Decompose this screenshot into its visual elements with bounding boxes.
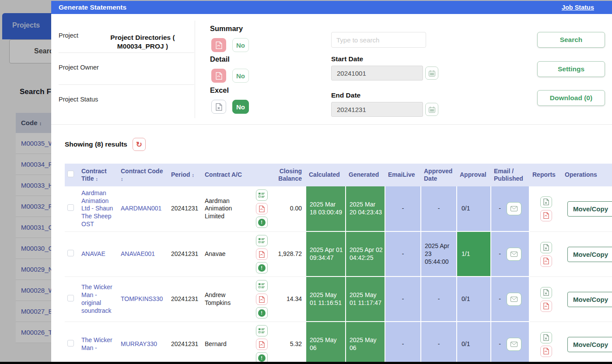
pdf-file-icon <box>259 206 265 212</box>
search-button[interactable]: Search <box>537 32 605 48</box>
period-cell: 20241231 <box>168 232 202 277</box>
contract-title-link[interactable]: ANAVAE <box>81 250 105 257</box>
closing-balance-cell: 5.32 <box>270 322 306 364</box>
envelope-icon <box>511 206 518 211</box>
start-date-input[interactable] <box>331 66 423 80</box>
contract-title-link[interactable]: The Wicker Man - original soundtrack <box>81 284 112 314</box>
start-date-calendar-button[interactable] <box>425 66 438 80</box>
project-owner-label: Project Owner <box>59 64 99 71</box>
excel-report-button[interactable] <box>540 287 552 298</box>
status-alert-button[interactable]: ! <box>256 262 268 273</box>
pdf-file-icon <box>259 296 265 303</box>
excel-toggle-button[interactable]: No <box>232 100 249 114</box>
statement-detail-button[interactable] <box>256 325 268 336</box>
modal-titlebar: Generate Statements Job Status <box>51 1 612 14</box>
pdf-statement-button[interactable] <box>256 294 268 305</box>
approved-date-cell: - <box>421 277 457 322</box>
detail-label: Detail <box>210 55 230 63</box>
statement-detail-button[interactable] <box>256 280 268 291</box>
project-status-label: Project Status <box>59 96 98 103</box>
refresh-button[interactable]: ↻ <box>133 138 146 151</box>
row-checkbox[interactable] <box>67 295 74 301</box>
approval-cell: 0/1 <box>457 186 491 232</box>
col-closing-balance: Closing Balance <box>270 164 306 186</box>
email-published-value: - <box>499 205 501 213</box>
download-button[interactable]: Download (0) <box>537 90 605 106</box>
move-copy-button[interactable]: Move/Copy <box>567 201 612 217</box>
detail-toggle-button[interactable]: No <box>232 69 249 83</box>
statement-detail-button[interactable] <box>256 235 268 246</box>
emailive-cell: - <box>385 186 421 232</box>
envelope-icon <box>511 297 518 302</box>
period-cell: 20241231 <box>168 322 202 364</box>
move-copy-button[interactable]: Move/Copy <box>567 292 612 307</box>
col-period[interactable]: Period ↕ <box>168 164 202 186</box>
approval-cell: 0/1 <box>457 277 491 322</box>
row-checkbox[interactable] <box>67 340 74 346</box>
video-letterbox-bar <box>0 362 612 364</box>
col-generated: Generated <box>346 164 385 186</box>
job-status-link[interactable]: Job Status <box>562 4 594 11</box>
pdf-statement-button[interactable] <box>256 203 268 214</box>
contract-title-link[interactable]: Aardman Animation Ltd - Shaun The Sheep … <box>81 189 113 228</box>
pdf-report-button[interactable] <box>540 301 552 312</box>
settings-button[interactable]: Settings <box>537 61 605 77</box>
col-reports: Reports <box>530 164 562 186</box>
generated-cell: 2025 Apr 02 04:42:25 <box>346 232 385 277</box>
calculated-cell: 2025 May 01 11:16:51 <box>306 277 346 322</box>
email-published-value: - <box>499 250 501 258</box>
send-email-button[interactable] <box>507 338 521 351</box>
list-icon <box>258 238 265 244</box>
contract-code-link[interactable]: ANAVAE001 <box>121 250 155 257</box>
pdf-report-button[interactable] <box>540 346 552 357</box>
select-all-checkbox[interactable] <box>67 171 74 177</box>
status-alert-button[interactable]: ! <box>256 217 268 228</box>
excel-report-button[interactable] <box>540 332 552 343</box>
list-icon <box>258 192 265 198</box>
send-email-button[interactable] <box>507 248 521 261</box>
pdf-file-icon <box>259 251 265 258</box>
col-email-published: Email / Published <box>491 164 530 186</box>
excel-file-icon <box>543 244 549 251</box>
row-checkbox[interactable] <box>67 250 74 256</box>
contract-title-link[interactable]: The Wicker Man - <box>81 336 112 351</box>
search-input[interactable] <box>331 32 426 48</box>
divider <box>195 21 195 118</box>
refresh-icon: ↻ <box>136 140 142 149</box>
send-email-button[interactable] <box>507 202 521 215</box>
move-copy-button[interactable]: Move/Copy <box>567 247 612 262</box>
statement-detail-button[interactable] <box>256 189 268 201</box>
col-contract-code[interactable]: Contract Code ↕ <box>118 164 168 186</box>
envelope-icon <box>511 342 518 347</box>
calendar-icon <box>429 70 435 77</box>
divider <box>59 84 194 85</box>
excel-report-button[interactable] <box>540 196 552 208</box>
status-alert-button[interactable]: ! <box>256 307 268 318</box>
pdf-report-button[interactable] <box>540 256 552 267</box>
move-copy-button[interactable]: Move/Copy <box>567 337 612 352</box>
end-date-input[interactable] <box>331 102 423 117</box>
contract-account-cell: Bernard <box>202 322 253 364</box>
row-checkbox[interactable] <box>67 204 74 211</box>
modal-title: Generate Statements <box>59 4 126 11</box>
pdf-file-icon <box>543 348 549 354</box>
contract-account-cell: Anavae <box>202 232 253 277</box>
pdf-report-button[interactable] <box>540 210 552 221</box>
calendar-icon <box>429 106 435 113</box>
pdf-file-icon <box>543 258 549 264</box>
contract-code-link[interactable]: MURRAY330 <box>121 340 157 347</box>
send-email-button[interactable] <box>507 293 521 306</box>
approval-cell: 1/1 <box>457 232 491 277</box>
pdf-statement-button[interactable] <box>256 248 268 260</box>
contract-code-link[interactable]: AARDMAN001 <box>121 205 161 212</box>
end-date-calendar-button[interactable] <box>425 103 438 116</box>
closing-balance-cell: 1,928.72 <box>270 232 306 277</box>
excel-report-button[interactable] <box>540 242 552 253</box>
summary-toggle-button[interactable]: No <box>232 38 249 52</box>
pdf-file-icon <box>543 212 549 219</box>
pdf-statement-button[interactable] <box>256 339 268 350</box>
col-contract-title[interactable]: Contract Title ↕ <box>79 164 118 186</box>
contract-code-link[interactable]: TOMPKINS330 <box>121 295 163 302</box>
col-emailive: EmaiLive <box>385 164 421 186</box>
exclamation-icon: ! <box>258 354 266 362</box>
